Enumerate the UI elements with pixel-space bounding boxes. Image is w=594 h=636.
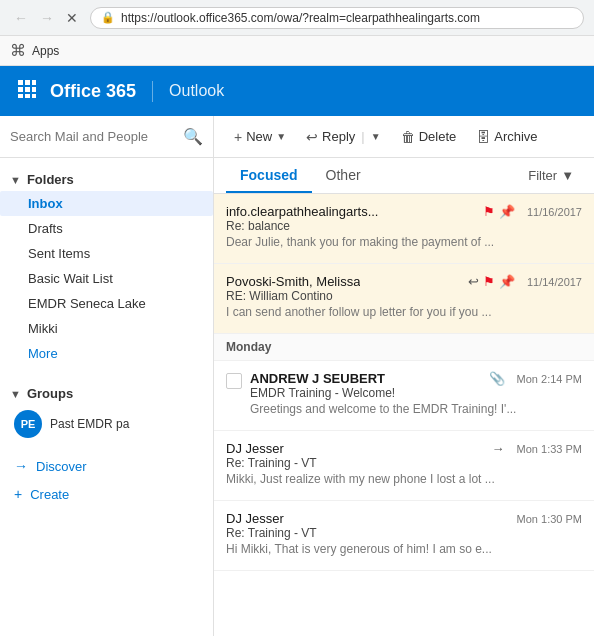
filter-button[interactable]: Filter ▼ — [520, 164, 582, 187]
nav-buttons: ← → ✕ — [10, 8, 82, 28]
office-header: Office 365 Outlook — [0, 66, 594, 116]
groups-header[interactable]: ▼ Groups — [0, 382, 213, 405]
discover-item[interactable]: → Discover — [0, 453, 213, 479]
address-bar[interactable]: 🔒 https://outlook.office365.com/owa/?rea… — [90, 7, 584, 29]
waffle-button[interactable] — [14, 76, 40, 107]
tab-focused[interactable]: Focused — [226, 159, 312, 193]
folders-chevron: ▼ — [10, 174, 21, 186]
svg-rect-4 — [25, 87, 30, 92]
email-subject: EMDR Training - Welcome! — [250, 386, 395, 400]
email-second-row: RE: William Contino — [226, 289, 582, 303]
email-preview: Hi Mikki, That is very generous of him! … — [226, 542, 582, 556]
forward-button[interactable]: → — [36, 8, 58, 28]
email-icons: → Mon 1:33 PM — [492, 441, 582, 456]
email-subject: Re: Training - VT — [226, 526, 317, 540]
attachment-icon: 📎 — [489, 371, 505, 386]
email-sender: DJ Jesser — [226, 511, 284, 526]
email-date: Mon 2:14 PM — [517, 373, 582, 385]
email-subject: RE: William Contino — [226, 289, 333, 303]
flag-icon: ⚑ — [483, 274, 495, 289]
apps-label: Apps — [32, 44, 59, 58]
create-item[interactable]: + Create — [0, 481, 213, 507]
email-body: Povoski-Smith, Melissa ↩ ⚑ 📌 11/14/2017 … — [226, 274, 582, 319]
svg-rect-6 — [18, 94, 23, 98]
close-button[interactable]: ✕ — [62, 8, 82, 28]
list-item[interactable]: ANDREW J SEUBERT 📎 Mon 2:14 PM EMDR Trai… — [214, 361, 594, 431]
toolbar: + New ▼ ↩ Reply | ▼ 🗑 Delete 🗄 Archive — [214, 116, 594, 158]
mikki-label: Mikki — [28, 321, 58, 336]
svg-rect-2 — [32, 80, 36, 85]
sidebar-item-inbox[interactable]: Inbox — [0, 191, 213, 216]
email-preview: I can send another follow up letter for … — [226, 305, 582, 319]
reply-icon: ↩ — [468, 274, 479, 289]
list-item[interactable]: Povoski-Smith, Melissa ↩ ⚑ 📌 11/14/2017 … — [214, 264, 594, 334]
groups-label: Groups — [27, 386, 73, 401]
discover-create-section: → Discover + Create — [0, 449, 213, 511]
group-item-past-emdr[interactable]: PE Past EMDR pa — [0, 405, 213, 443]
apps-grid-icon: ⌘ — [10, 41, 26, 60]
email-second-row: EMDR Training - Welcome! — [250, 386, 582, 400]
sidebar-item-drafts[interactable]: Drafts — [0, 216, 213, 241]
sidebar-item-more[interactable]: More — [0, 341, 213, 366]
email-sender: DJ Jesser — [226, 441, 284, 456]
svg-rect-0 — [18, 80, 23, 85]
office-365-title: Office 365 — [50, 81, 153, 102]
email-sender: ANDREW J SEUBERT — [250, 371, 385, 386]
other-label: Other — [326, 167, 361, 183]
reply-icon: ↩ — [306, 129, 318, 145]
email-top: DJ Jesser Mon 1:30 PM — [226, 511, 582, 526]
url-text: https://outlook.office365.com/owa/?realm… — [121, 11, 480, 25]
email-date: Mon 1:30 PM — [517, 513, 582, 525]
svg-rect-8 — [32, 94, 36, 98]
filter-dropdown-arrow: ▼ — [561, 168, 574, 183]
create-icon: + — [14, 486, 22, 502]
lock-icon: 🔒 — [101, 11, 115, 24]
list-item[interactable]: DJ Jesser Mon 1:30 PM Re: Training - VT … — [214, 501, 594, 571]
folders-header[interactable]: ▼ Folders — [0, 168, 213, 191]
focused-label: Focused — [240, 167, 298, 183]
tabs-bar: Focused Other Filter ▼ — [214, 158, 594, 194]
back-button[interactable]: ← — [10, 8, 32, 28]
create-label: Create — [30, 487, 69, 502]
email-subject: Re: balance — [226, 219, 290, 233]
new-dropdown-arrow: ▼ — [276, 131, 286, 142]
sidebar-item-mikki[interactable]: Mikki — [0, 316, 213, 341]
group-name: Past EMDR pa — [50, 417, 129, 431]
email-subject: Re: Training - VT — [226, 456, 317, 470]
email-body: ANDREW J SEUBERT 📎 Mon 2:14 PM EMDR Trai… — [250, 371, 582, 416]
email-preview: Dear Julie, thank you for making the pay… — [226, 235, 582, 249]
email-icons: 📎 Mon 2:14 PM — [489, 371, 582, 386]
list-item[interactable]: info.clearpathhealingarts... ⚑ 📌 11/16/2… — [214, 194, 594, 264]
sidebar-item-emdr-seneca[interactable]: EMDR Seneca Lake — [0, 291, 213, 316]
groups-section: ▼ Groups PE Past EMDR pa — [0, 376, 213, 449]
email-preview: Mikki, Just realize with my new phone I … — [226, 472, 582, 486]
svg-rect-5 — [32, 87, 36, 92]
reply-button[interactable]: ↩ Reply | ▼ — [298, 125, 389, 149]
email-icons: ⚑ 📌 11/16/2017 — [483, 204, 582, 219]
emdr-seneca-label: EMDR Seneca Lake — [28, 296, 146, 311]
outlook-title: Outlook — [169, 82, 224, 100]
tab-other[interactable]: Other — [312, 159, 375, 193]
reply-label: Reply — [322, 129, 355, 144]
filter-label: Filter — [528, 168, 557, 183]
search-icon[interactable]: 🔍 — [183, 127, 203, 146]
group-avatar: PE — [14, 410, 42, 438]
search-input[interactable] — [10, 129, 183, 144]
archive-button[interactable]: 🗄 Archive — [468, 125, 545, 149]
flag-icon: ⚑ — [483, 204, 495, 219]
forward-icon: → — [492, 441, 505, 456]
browser-bar: ← → ✕ 🔒 https://outlook.office365.com/ow… — [0, 0, 594, 36]
delete-button[interactable]: 🗑 Delete — [393, 125, 465, 149]
sidebar-item-basic-wait[interactable]: Basic Wait List — [0, 266, 213, 291]
day-separator: Monday — [214, 334, 594, 361]
email-list: info.clearpathhealingarts... ⚑ 📌 11/16/2… — [214, 194, 594, 636]
list-item[interactable]: DJ Jesser → Mon 1:33 PM Re: Training - V… — [214, 431, 594, 501]
email-checkbox[interactable] — [226, 373, 242, 389]
email-date: 11/14/2017 — [527, 276, 582, 288]
sidebar-item-sent[interactable]: Sent Items — [0, 241, 213, 266]
email-icons: Mon 1:30 PM — [509, 513, 582, 525]
new-label: New — [246, 129, 272, 144]
new-button[interactable]: + New ▼ — [226, 125, 294, 149]
email-body: info.clearpathhealingarts... ⚑ 📌 11/16/2… — [226, 204, 582, 249]
delete-label: Delete — [419, 129, 457, 144]
